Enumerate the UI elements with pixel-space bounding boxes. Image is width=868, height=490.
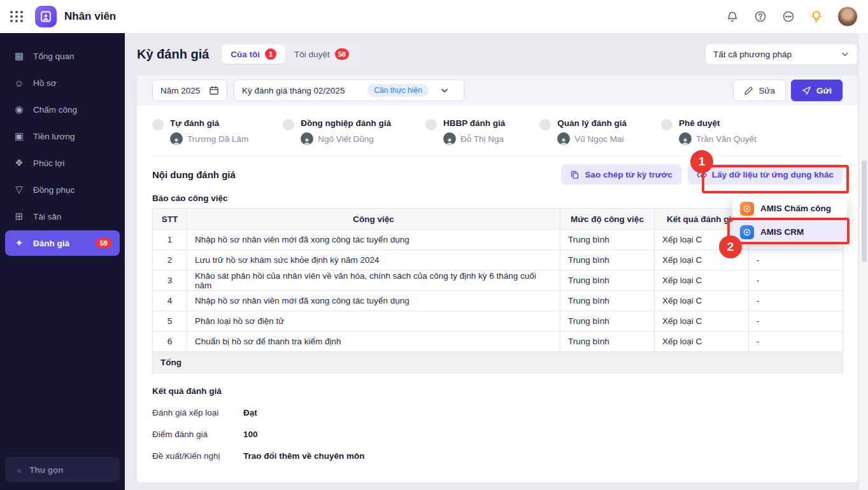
sidebar-item-badge: 59 [96, 238, 112, 248]
step-label: HBBP đánh giá [443, 118, 505, 128]
sidebar-item-icon: ☺ [13, 78, 25, 88]
sidebar-item[interactable]: ◉ Chấm công [5, 97, 120, 122]
sidebar-item-icon: ◉ [13, 104, 25, 115]
filter-bar: Năm 2025 Kỳ đánh giá tháng 02/2025 Cần t… [137, 75, 858, 106]
app-launcher-icon[interactable] [10, 11, 24, 22]
workflow-step: Quản lý đánh giá Vũ Ngọc Mai [539, 118, 627, 145]
tab-label: Tôi duyệt [294, 50, 330, 59]
more-options-icon[interactable] [781, 10, 795, 24]
period-value: Kỳ đánh giá tháng 02/2025 [242, 86, 345, 95]
section-row: Nội dung đánh giá Sao chép từ kỳ trước L… [137, 156, 858, 192]
tab-badge: 1 [265, 48, 276, 60]
sidebar-item[interactable]: ▣ Tiền lương [5, 123, 120, 149]
edit-button[interactable]: Sửa [733, 80, 786, 101]
step-person-name: Trần Văn Quyết [696, 134, 757, 144]
step-status-dot [661, 119, 672, 130]
main-content: Kỳ đánh giá Của tôi 1 Tôi duyệt 58 Tất c… [125, 33, 868, 490]
sidebar-item[interactable]: ⊞ Tài sản [5, 204, 120, 229]
pencil-icon [744, 86, 753, 95]
user-avatar[interactable] [837, 6, 858, 27]
send-button[interactable]: Gửi [791, 80, 843, 101]
sidebar-item-label: Tiền lương [33, 132, 75, 141]
result-value: 100 [243, 430, 258, 439]
chevron-down-icon [440, 86, 449, 95]
step-label: Tự đánh giá [170, 118, 248, 128]
sidebar-item[interactable]: ☺ Hồ sơ [5, 70, 120, 95]
sidebar-item-label: Hồ sơ [33, 78, 57, 88]
results-title: Kết quả đánh giá [152, 386, 843, 396]
tab[interactable]: Của tôi 1 [222, 45, 285, 64]
cell-muc-do: Trung bình [560, 311, 655, 332]
notifications-bell-icon[interactable] [725, 10, 739, 24]
app-tile-icon [740, 225, 754, 239]
sidebar-item[interactable]: ▦ Tổng quan [5, 43, 120, 69]
method-filter-select[interactable]: Tất cả phương pháp [705, 43, 858, 65]
cell-stt: 6 [153, 332, 187, 352]
sidebar-item-label: Phúc lợi [33, 158, 64, 168]
tips-lightbulb-icon[interactable] [809, 10, 823, 24]
workflow-step: Đồng nghiệp đánh giá Ngô Viết Dũng [283, 118, 391, 145]
cell-muc-do: Trung bình [560, 291, 655, 311]
step-person-avatar [443, 132, 456, 145]
table-row[interactable]: 4 Nhập hồ sơ nhân viên mới đã xong công … [153, 291, 843, 311]
cell-cong-viec: Nhập hồ sơ nhân viên mới đã xong công tá… [187, 291, 560, 311]
result-label: Điểm đánh giá [152, 430, 243, 439]
cell-cong-viec: Chuẩn bị hồ sơ để thanh tra kiểm định [187, 332, 560, 352]
sidebar-collapse-button[interactable]: « Thu gọn [5, 457, 120, 482]
cell-muc-do: Trung bình [560, 332, 655, 352]
cell-cong-viec: Nhập hồ sơ nhân viên mới đã xong công tá… [187, 230, 560, 250]
period-select[interactable]: Kỳ đánh giá tháng 02/2025 Cần thực hiện [234, 80, 464, 101]
step-label: Phê duyệt [679, 118, 757, 128]
sidebar-item-icon: ▦ [13, 50, 25, 62]
step-person-name: Ngô Viết Dũng [318, 134, 374, 144]
topbar: Nhân viên [0, 0, 868, 33]
cell-extra: - [749, 270, 843, 291]
cell-cong-viec: Phân loại hồ sơ điện tử [187, 311, 560, 332]
sidebar-item-icon: ▽ [13, 184, 25, 195]
table-footer-row: Tổng [153, 352, 843, 374]
table-row[interactable]: 3 Khảo sát phản hồi của nhân viên về văn… [153, 270, 843, 291]
result-label: Đánh giá xếp loại [152, 408, 243, 417]
step-person-avatar [170, 132, 183, 145]
sidebar-item-label: Chấm công [33, 105, 77, 115]
table-row[interactable]: 5 Phân loại hồ sơ điện tử Trung bình Xếp… [153, 311, 843, 332]
table-row[interactable]: 6 Chuẩn bị hồ sơ để thanh tra kiểm định … [153, 332, 843, 352]
method-filter-value: Tất cả phương pháp [713, 50, 792, 59]
copy-icon [570, 170, 580, 179]
cell-extra: - [749, 250, 843, 270]
menu-item[interactable]: AMIS Chấm công [732, 197, 847, 220]
cell-stt: 5 [153, 311, 187, 332]
sidebar-item-icon: ⊞ [13, 211, 25, 222]
step-person-avatar [679, 132, 692, 145]
app-logo-icon [35, 6, 57, 27]
year-select[interactable]: Năm 2025 [152, 80, 227, 101]
sidebar-item[interactable]: ✦ Đánh giá 59 [5, 230, 120, 256]
result-label: Đề xuất/Kiến nghị [152, 451, 243, 461]
result-row: Điểm đánh giá 100 [152, 430, 843, 439]
step-status-dot [283, 119, 294, 130]
cell-stt: 2 [153, 250, 187, 270]
menu-item-label: AMIS CRM [760, 227, 804, 237]
workflow-step: HBBP đánh giá Đỗ Thị Nga [425, 118, 505, 145]
sidebar-item[interactable]: ❖ Phúc lợi [5, 150, 120, 176]
scrollbar-track[interactable] [859, 33, 868, 490]
scrollbar-thumb[interactable] [862, 160, 867, 262]
collapse-chevron-icon: « [17, 465, 22, 475]
period-status-badge: Cần thực hiện [367, 84, 428, 97]
collapse-label: Thu gọn [29, 465, 63, 475]
help-icon[interactable] [753, 10, 767, 24]
sidebar: ▦ Tổng quan ☺ Hồ sơ ◉ Chấm công ▣ Tiền l… [0, 33, 125, 490]
result-row: Đề xuất/Kiến nghị Trao đổi thêm về chuyê… [152, 451, 843, 461]
sidebar-item[interactable]: ▽ Đồng phục [5, 177, 120, 202]
cell-extra: - [749, 291, 843, 311]
workflow-step: Phê duyệt Trần Văn Quyết [661, 118, 757, 145]
cell-ket-qua: Xếp loại C [655, 270, 749, 291]
copy-from-previous-button[interactable]: Sao chép từ kỳ trước [561, 164, 681, 185]
tabs: Của tôi 1 Tôi duyệt 58 [219, 42, 360, 66]
menu-item[interactable]: AMIS CRM [732, 220, 847, 244]
sidebar-item-icon: ❖ [13, 157, 25, 169]
step-status-dot [152, 119, 164, 130]
tab[interactable]: Tôi duyệt 58 [285, 45, 358, 64]
cell-cong-viec: Khảo sát phản hồi của nhân viên về văn h… [187, 270, 560, 291]
cell-ket-qua: Xếp loại C [655, 291, 749, 311]
